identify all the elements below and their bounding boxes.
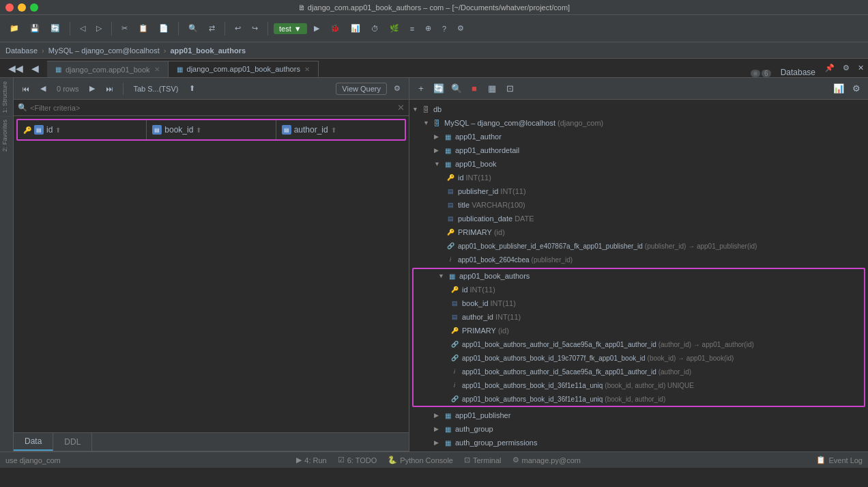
tree-item-app01-author[interactable]: ▶ ▦ app01_author — [409, 130, 868, 143]
tree-arrow-auth-group-perm: ▶ — [434, 439, 442, 446]
tree-item-app01-authordetail[interactable]: ▶ ▦ app01_authordetail — [409, 143, 868, 157]
status-run[interactable]: ▶ 4: Run — [296, 456, 326, 464]
db-grid-btn[interactable]: ▦ — [484, 81, 500, 96]
db-filter-btn[interactable]: 🔍 — [449, 81, 464, 96]
tree-item-book-publisher-id[interactable]: ▤ publisher_id INT(11) — [409, 184, 868, 198]
qt-first-btn[interactable]: ⏮ — [18, 81, 33, 96]
tree-item-ba-book-id[interactable]: ▤ book_id INT(11) — [414, 296, 864, 310]
tab-label-book-authors: django_com.app01_book_authors — [187, 65, 300, 73]
toolbar-back-btn[interactable]: ◁ — [76, 19, 89, 38]
tab-ddl[interactable]: DDL — [53, 433, 92, 451]
tree-item-ba-fk3[interactable]: 🔗 app01_book_authors_book_id_36f1e11a_un… — [414, 392, 864, 406]
run-test-btn[interactable]: test ▼ — [274, 23, 307, 34]
db-console-btn[interactable]: ⊡ — [502, 81, 517, 96]
breadcrumb-table[interactable]: app01_book_authors — [170, 46, 246, 55]
db-panel-collapse[interactable]: ✕ — [854, 58, 868, 77]
toolbar-sync-btn[interactable]: 🔄 — [46, 19, 64, 38]
tab-data[interactable]: Data — [14, 433, 53, 451]
toolbar-save-btn[interactable]: 💾 — [26, 19, 44, 38]
status-python[interactable]: 🐍 Python Console — [388, 456, 453, 464]
tasks-btn[interactable]: ≡ — [406, 19, 418, 38]
tree-item-auth-group-perm[interactable]: ▶ ▦ auth_group_permissions — [409, 436, 868, 449]
th-cell-author-id[interactable]: ▤ author_id ⬆ — [276, 120, 405, 139]
db-add-btn[interactable]: + — [414, 81, 429, 96]
tree-item-book-pubdate[interactable]: ▤ publication_date DATE — [409, 212, 868, 225]
db-refresh-btn[interactable]: 🔄 — [431, 81, 446, 96]
close-button[interactable] — [5, 3, 14, 12]
maximize-button[interactable] — [30, 3, 38, 12]
view-query-btn[interactable]: View Query — [336, 83, 387, 95]
editor-tab-book-authors[interactable]: ▦ django_com.app01_book_authors ✕ — [169, 61, 319, 77]
editor-tab-book[interactable]: ▦ django_com.app01_book ✕ — [47, 61, 169, 77]
toolbar-forward-btn[interactable]: ▷ — [92, 19, 106, 38]
terminal-btn[interactable]: ⊕ — [421, 19, 435, 38]
qt-next-btn[interactable]: ▶ — [85, 81, 99, 96]
tree-item-ba-id[interactable]: 🔑 id INT(11) — [414, 283, 864, 296]
db-panel-pin[interactable]: 📌 — [821, 58, 839, 77]
qt-last-btn[interactable]: ⏭ — [102, 81, 117, 96]
status-todo[interactable]: ☑ 6: TODO — [338, 456, 377, 464]
tree-item-auth-perm[interactable]: ▶ ▦ auth_permission — [409, 449, 868, 451]
vtab-1-structure[interactable]: 1: Structure — [0, 78, 13, 116]
tree-item-book-fk1[interactable]: 🔗 app01_book_publisher_id_e407867a_fk_ap… — [409, 239, 868, 253]
run-btn[interactable]: ▶ — [310, 19, 323, 38]
toolbar-search-btn[interactable]: 🔍 — [184, 19, 202, 38]
tree-item-book-idx1[interactable]: i app01_book_2604cbea (publisher_id) — [409, 253, 868, 266]
vcs-btn[interactable]: 🌿 — [386, 19, 403, 38]
filter-clear-btn[interactable]: ✕ — [397, 102, 405, 113]
status-terminal[interactable]: ⊡ Terminal — [464, 456, 502, 464]
th-cell-book-id[interactable]: ▤ book_id ⬆ — [147, 120, 276, 139]
debug-btn[interactable]: 🐞 — [326, 19, 344, 38]
db-stop-btn[interactable]: ■ — [467, 81, 482, 96]
tree-item-db[interactable]: ▼ 🗄 db — [409, 102, 868, 116]
editor-nav-prev[interactable]: ◀ — [27, 59, 43, 78]
breadcrumb-mysql[interactable]: MySQL – django_com@localhost — [48, 46, 160, 55]
toolbar-replace-btn[interactable]: ⇄ — [205, 19, 219, 38]
toolbar-redo-btn[interactable]: ↪ — [248, 19, 262, 38]
titlebar: 🗎 django_com.app01_book_authors – com – … — [0, 0, 868, 15]
qt-tab-tsv-btn[interactable]: Tab S...(TSV) — [129, 81, 182, 96]
qt-gear-btn[interactable]: ⚙ — [390, 81, 405, 96]
tree-item-auth-group[interactable]: ▶ ▦ auth_group — [409, 422, 868, 436]
help-btn[interactable]: ? — [438, 19, 450, 38]
status-event-log[interactable]: 📋 Event Log — [816, 456, 863, 464]
tab-close-book[interactable]: ✕ — [154, 66, 160, 73]
tree-item-ba-fk1[interactable]: 🔗 app01_book_authors_author_id_5acae95a_… — [414, 337, 864, 351]
toolbar-copy-btn[interactable]: 📋 — [134, 19, 152, 38]
tree-item-book-title[interactable]: ▤ title VARCHAR(100) — [409, 198, 868, 212]
db-schema-btn[interactable]: 📊 — [831, 81, 846, 96]
toolbar-folder-btn[interactable]: 📁 — [5, 19, 23, 38]
qt-export-btn[interactable]: ⬆ — [185, 81, 199, 96]
minimize-button[interactable] — [18, 3, 26, 12]
toolbar-cut-btn[interactable]: ✂ — [117, 19, 132, 38]
tree-item-app01-publisher[interactable]: ▶ ▦ app01_publisher — [409, 408, 868, 422]
tree-item-ba-fk2[interactable]: 🔗 app01_book_authors_book_id_19c7077f_fk… — [414, 351, 864, 365]
tree-item-book-id[interactable]: 🔑 id INT(11) — [409, 171, 868, 184]
filter-input[interactable] — [30, 104, 397, 112]
editor-nav-first[interactable]: ◀◀ — [4, 59, 27, 78]
tree-item-ba-primary[interactable]: 🔑 PRIMARY (id) — [414, 324, 864, 337]
settings-btn[interactable]: ⚙ — [453, 19, 468, 38]
tree-item-ba-author-id[interactable]: ▤ author_id INT(11) — [414, 310, 864, 324]
tab-icon-book: ▦ — [55, 66, 61, 73]
tree-item-app01-book[interactable]: ▼ ▦ app01_book — [409, 157, 868, 171]
tree-item-book-primary[interactable]: 🔑 PRIMARY (id) — [409, 225, 868, 239]
toolbar-paste-btn[interactable]: 📄 — [155, 19, 173, 38]
tree-item-mysql[interactable]: ▼ 🗄 MySQL – django_com@localhost (django… — [409, 116, 868, 130]
tree-icon-ba-book-id: ▤ — [449, 298, 460, 308]
tree-item-app01-book-authors[interactable]: ▼ ▦ app01_book_authors — [414, 269, 864, 283]
coverage-btn[interactable]: 📊 — [347, 19, 364, 38]
breadcrumb-database[interactable]: Database — [5, 46, 38, 55]
status-manage[interactable]: ⚙ manage.py@com — [512, 456, 581, 464]
tab-close-book-authors[interactable]: ✕ — [304, 66, 310, 73]
profile-btn[interactable]: ⏱ — [367, 19, 383, 38]
db-panel-settings[interactable]: ⚙ — [839, 58, 854, 77]
vtab-2-favorites[interactable]: 2: Favorites — [0, 116, 13, 154]
tree-item-ba-idx1[interactable]: i app01_book_authors_author_id_5acae95a_… — [414, 365, 864, 378]
tree-sub-book-idx1: (publisher_id) — [532, 256, 573, 264]
qt-prev-btn[interactable]: ◀ — [36, 81, 50, 96]
db-settings2-btn[interactable]: ⚙ — [849, 81, 864, 96]
toolbar-undo-btn[interactable]: ↩ — [231, 19, 245, 38]
tree-item-ba-uniq1[interactable]: i app01_book_authors_book_id_36f1e11a_un… — [414, 378, 864, 392]
th-cell-id[interactable]: 🔑 ▤ id ⬆ — [18, 120, 147, 139]
